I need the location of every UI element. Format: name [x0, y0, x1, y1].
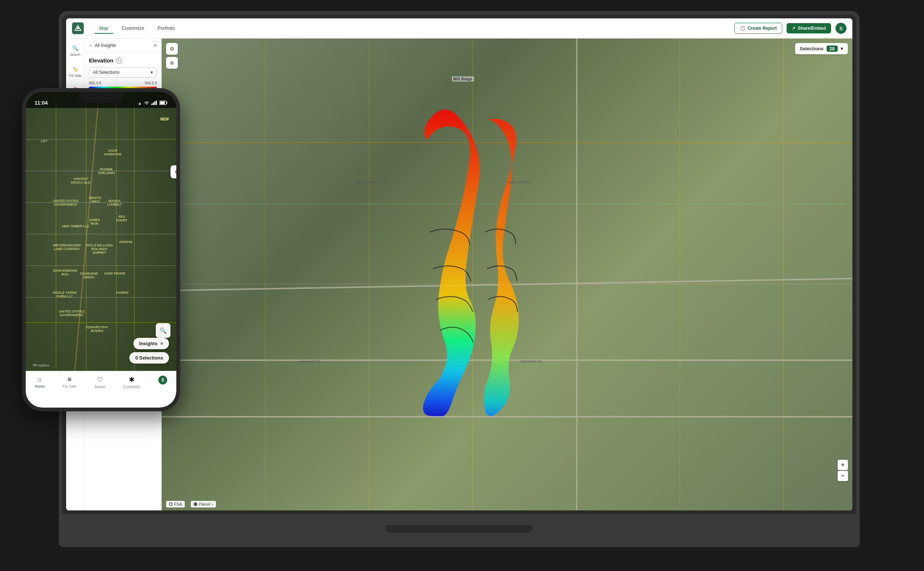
parcel-label: LOY: [41, 139, 47, 143]
map-bottom-bar: FSA Parcel ›: [166, 501, 216, 508]
parcel-label: UNITED STATESGOVERNMENT: [53, 199, 79, 206]
phone-device: ZACHHAMMONS RONNIESHELDING VINCENTMOSCA …: [22, 88, 180, 411]
nav-tabs: Map Customize Portfolio: [94, 23, 180, 34]
elevation-title: Elevation i: [89, 57, 157, 63]
phone-nav-customize[interactable]: ✱ Customize: [123, 376, 141, 389]
parcel-label: CHARLENEDINDO: [80, 272, 98, 279]
parcel-label: AEM TIMBER LLC: [62, 224, 89, 228]
back-label: All Insights: [95, 43, 116, 48]
phone-grid: [26, 323, 176, 323]
svg-rect-8: [160, 102, 165, 104]
zoom-in-button[interactable]: +: [837, 460, 848, 470]
phone-bottom-nav: ⌂ Home ≡ For Sale ♡ Saved ✱ Customize S: [26, 371, 176, 407]
map-label-mill-ridge: Mill Ridge: [452, 76, 474, 82]
selections-dropdown[interactable]: All Selections ▾: [89, 67, 157, 77]
phone-time: 11:04: [34, 100, 48, 106]
fsa-radio-icon: [169, 502, 173, 506]
phone-location-icon: ▲: [138, 101, 142, 105]
for-sale-icon: 🏷️: [71, 65, 79, 73]
parcel-label: EDWARD RAYBOWEN: [86, 325, 108, 333]
tab-portfolio[interactable]: Portfolio: [153, 23, 181, 34]
phone-nav-home[interactable]: ⌂ Home: [35, 376, 45, 389]
parcel-source-tag[interactable]: Parcel ›: [191, 501, 216, 508]
sidebar-item-search[interactable]: 🔍 Search: [68, 43, 82, 58]
sidebar-search-label: Search: [70, 53, 80, 57]
selections-chevron-icon: ▾: [841, 46, 843, 51]
close-panel-button[interactable]: ×: [154, 42, 157, 49]
sidebar-item-for-sale[interactable]: 🏷️ For Sale: [67, 64, 83, 79]
share-icon: ↗: [792, 26, 796, 31]
create-report-button[interactable]: 📋 Create Report: [734, 23, 782, 34]
parcel-label: HARRIS: [116, 291, 128, 295]
panel-header: ← All Insights ×: [85, 39, 161, 53]
phone-settings-button[interactable]: ⚙: [170, 165, 176, 179]
parcel-label: RONNIESHELDING: [98, 167, 115, 175]
user-avatar[interactable]: S: [836, 23, 847, 34]
phone-search-button[interactable]: 🔍: [156, 323, 170, 338]
back-arrow-icon: ←: [89, 43, 93, 48]
phone-notch: [79, 92, 123, 103]
tab-map[interactable]: Map: [94, 23, 114, 34]
svg-point-1: [77, 27, 79, 29]
parcel-chevron-icon: ›: [212, 502, 213, 506]
map-area[interactable]: Mill Ridge Booneville Rd Booneville Rd S…: [162, 39, 852, 511]
map-controls: ⚙ ⊕: [166, 43, 178, 69]
phone-wifi-icon: [144, 100, 149, 106]
map-label-booneville-rd: Booneville Rd: [300, 360, 320, 363]
phone-nav-saved[interactable]: ♡ Saved: [94, 376, 105, 389]
phone-grid: [26, 265, 176, 266]
selections-count: 28: [827, 46, 837, 52]
map-label-booneville-rd2: Booneville Rd: [521, 360, 542, 363]
phone-nav-profile[interactable]: S: [158, 376, 167, 386]
parcel-label: WANDALAMBELT: [107, 199, 122, 206]
saved-label: Saved: [94, 385, 105, 389]
phone-selections-pill[interactable]: 0 Selections: [129, 352, 169, 364]
for-sale-nav-icon: ≡: [68, 376, 72, 383]
map-location-button[interactable]: ⊕: [166, 57, 178, 69]
parcel-label: GRIFFIN: [119, 240, 132, 244]
phone-screen: ZACHHAMMONS RONNIESHELDING VINCENTMOSCA …: [26, 92, 176, 407]
map-grid-line: [369, 39, 369, 511]
elevation-min: 900.4 ft: [89, 81, 101, 85]
search-icon: 🔍: [72, 45, 79, 52]
share-embed-button[interactable]: ↗ Share/Embed: [786, 23, 831, 33]
elevation-overlay: [389, 110, 562, 416]
zoom-controls: + −: [837, 460, 848, 481]
phone-grid: [26, 297, 176, 298]
parcel-label: JAMESRAIN: [89, 218, 100, 225]
customize-icon: ✱: [129, 376, 134, 384]
map-settings-button[interactable]: ⚙: [166, 43, 178, 55]
parcel-label: VINCENTMOSCA DLO: [71, 177, 91, 184]
tab-customize[interactable]: Customize: [116, 23, 149, 34]
top-bar: Map Customize Portfolio 📋 Create Report …: [66, 19, 852, 39]
elevation-range: 900.4 ft 949.5 ft: [89, 81, 157, 85]
app-chrome: Map Customize Portfolio 📋 Create Report …: [66, 19, 852, 511]
fsa-source-tag[interactable]: FSA: [166, 501, 185, 508]
svg-rect-2: [151, 103, 153, 105]
saved-icon: ♡: [97, 376, 103, 384]
selections-bar[interactable]: Selections 28 ▾: [795, 43, 848, 54]
parcel-label: PICKLE CREEKFARM LLC: [53, 291, 77, 298]
sidebar-for-sale-label: For Sale: [69, 74, 81, 77]
phone-nav-for-sale[interactable]: ≡ For Sale: [62, 376, 76, 389]
elevation-info-icon[interactable]: i: [116, 58, 122, 63]
svg-rect-5: [156, 100, 157, 105]
for-sale-nav-label: For Sale: [62, 384, 76, 389]
elevation-max: 949.5 ft: [145, 81, 157, 85]
road-vertical: [576, 39, 578, 511]
selections-label: Selections: [800, 46, 824, 51]
back-to-all-insights-button[interactable]: ← All Insights: [89, 43, 116, 48]
selections-label: 0 Selections: [135, 355, 163, 361]
share-embed-label: Share/Embed: [797, 26, 826, 31]
zoom-out-button[interactable]: −: [837, 471, 848, 481]
elevation-label: Elevation: [89, 57, 114, 63]
phone-insights-pill[interactable]: Insights ≡: [133, 338, 169, 349]
phone-grid: [116, 92, 116, 407]
home-label: Home: [35, 384, 45, 389]
selections-dropdown-value: All Selections: [93, 70, 119, 75]
insights-menu-icon: ≡: [160, 341, 163, 346]
parcel-label: UNITED STATESGOVERNMENT: [59, 310, 85, 317]
parcel-radio-icon: [194, 502, 197, 506]
insights-label: Insights: [139, 341, 158, 346]
phone-bottom-pills: Insights ≡ 0 Selections: [129, 338, 169, 364]
